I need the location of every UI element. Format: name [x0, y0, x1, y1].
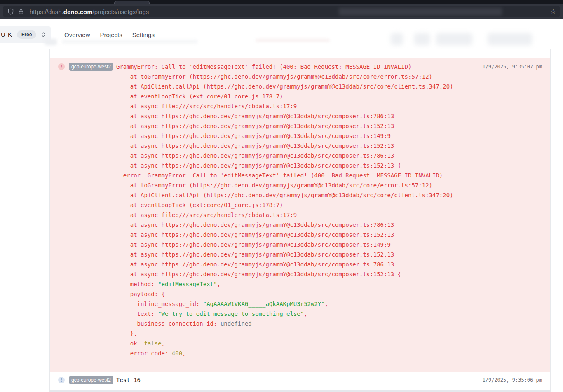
log-message: GrammyError: Call to 'editMessageText' f…: [116, 62, 479, 358]
log-message: Test 16: [116, 375, 479, 385]
bookmark-star-icon[interactable]: ☆: [551, 7, 556, 16]
browser-toolbar: https://dash.deno.com/projects/usetgx/lo…: [0, 4, 563, 19]
info-level-icon: !: [58, 377, 65, 383]
redacted-filter: [62, 40, 198, 44]
redacted-control: [488, 33, 532, 45]
next-row-edge: [50, 390, 550, 392]
redacted-url-text: [339, 8, 502, 16]
log-spacer-row: [50, 49, 550, 58]
region-badge: gcp-europe-west2: [69, 63, 113, 71]
lock-icon[interactable]: [18, 8, 24, 15]
redacted-control: [436, 33, 472, 45]
error-level-icon: !: [58, 63, 65, 70]
url-domain: deno.com: [63, 8, 93, 15]
url-path: /projects/usetgx/logs: [93, 8, 149, 15]
url-text: https://dash.deno.com/projects/usetgx/lo…: [30, 8, 149, 15]
redacted-filter: [256, 39, 330, 42]
org-name: U K: [1, 31, 12, 38]
url-prefix: https://dash.: [30, 8, 63, 15]
nav-tabs: Overview Projects Settings: [64, 31, 155, 38]
browser-tabstrip: [0, 0, 563, 4]
log-entries: !gcp-europe-west2GrammyError: Call to 'e…: [50, 58, 550, 389]
tab-settings[interactable]: Settings: [132, 31, 155, 38]
region-badge: gcp-europe-west2: [69, 376, 113, 384]
log-entry: !gcp-europe-west2Test 161/9/2025, 9:35:0…: [50, 372, 550, 389]
log-timestamp: 1/9/2025, 9:35:06 pm: [483, 375, 542, 385]
app-header: U K Free Overview Projects Settings: [0, 19, 563, 49]
log-timestamp: 1/9/2025, 9:35:07 pm: [483, 62, 542, 72]
browser-tab[interactable]: [114, 1, 150, 4]
tab-overview[interactable]: Overview: [64, 31, 90, 38]
tab-projects[interactable]: Projects: [100, 31, 122, 38]
shield-icon[interactable]: [7, 8, 14, 15]
redacted-control: [414, 33, 430, 45]
chevron-up-down-icon: [41, 31, 46, 38]
url-bar[interactable]: https://dash.deno.com/projects/usetgx/lo…: [3, 6, 560, 17]
redacted-control: [391, 33, 403, 45]
project-selector[interactable]: U K Free: [0, 26, 51, 43]
redacted-filter: [45, 39, 57, 45]
log-entry: !gcp-europe-west2GrammyError: Call to 'e…: [50, 58, 550, 372]
plan-badge: Free: [17, 30, 36, 39]
logs-panel: !gcp-europe-west2GrammyError: Call to 'e…: [49, 49, 551, 392]
